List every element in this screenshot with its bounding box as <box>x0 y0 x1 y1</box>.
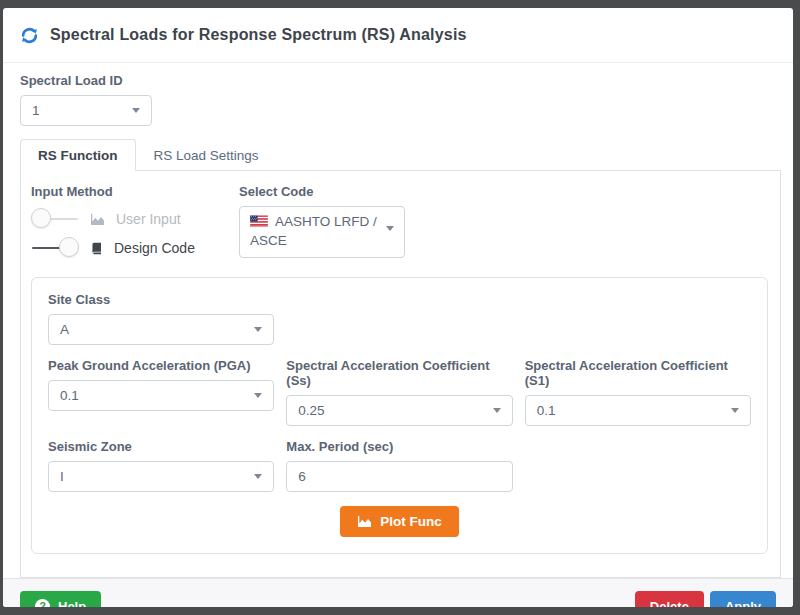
dialog-header: Spectral Loads for Response Spectrum (RS… <box>3 8 793 63</box>
site-class-select[interactable]: A <box>48 314 274 345</box>
toggle-knob <box>31 208 51 228</box>
spacer <box>525 439 751 492</box>
plot-func-button[interactable]: Plot Func <box>340 506 459 537</box>
chevron-down-icon <box>254 327 262 332</box>
plot-func-label: Plot Func <box>380 514 442 529</box>
s1-group: Spectral Acceleration Coefficient (S1) 0… <box>525 358 751 426</box>
max-period-group: Max. Period (sec) <box>286 439 512 492</box>
max-period-label: Max. Period (sec) <box>286 439 512 454</box>
tab-rs-function[interactable]: RS Function <box>20 139 136 171</box>
s1-label: Spectral Acceleration Coefficient (S1) <box>525 358 751 388</box>
chevron-down-icon <box>132 108 140 113</box>
spectral-loads-dialog: Spectral Loads for Response Spectrum (RS… <box>3 8 793 607</box>
chevron-down-icon <box>493 408 501 413</box>
app-background: Spectral Loads for Response Spectrum (RS… <box>0 0 800 615</box>
chevron-down-icon <box>254 474 262 479</box>
design-code-toggle[interactable] <box>31 238 79 258</box>
chevron-down-icon <box>254 393 262 398</box>
pga-label: Peak Ground Acceleration (PGA) <box>48 358 274 373</box>
dialog-title: Spectral Loads for Response Spectrum (RS… <box>50 26 467 44</box>
input-method-label: Input Method <box>31 184 239 199</box>
input-method-group: Input Method User Input <box>31 184 239 261</box>
design-code-option: Design Code <box>31 235 239 261</box>
sync-icon <box>20 26 39 45</box>
footer-actions: Delete Apply <box>635 591 776 607</box>
help-button[interactable]: ? Help <box>20 591 101 607</box>
area-chart-icon <box>90 213 105 226</box>
spectral-load-id-label: Spectral Load ID <box>20 73 781 88</box>
us-flag-icon <box>250 214 268 232</box>
pga-value: 0.1 <box>60 388 79 403</box>
ss-value: 0.25 <box>298 403 324 418</box>
seismic-zone-select[interactable]: I <box>48 461 274 492</box>
book-icon <box>90 242 103 255</box>
design-code-value: AASHTO LRFD / ASCE <box>250 214 377 248</box>
area-chart-icon <box>357 515 372 528</box>
tab-rs-load-settings[interactable]: RS Load Settings <box>136 139 277 171</box>
question-circle-icon: ? <box>35 599 50 607</box>
max-period-input[interactable] <box>286 461 512 492</box>
apply-button[interactable]: Apply <box>710 591 776 607</box>
ss-group: Spectral Acceleration Coefficient (Ss) 0… <box>286 358 512 426</box>
chevron-down-icon <box>386 226 394 231</box>
spacer <box>286 292 751 345</box>
s1-select[interactable]: 0.1 <box>525 395 751 426</box>
site-class-value: A <box>60 322 69 337</box>
help-label: Help <box>58 599 86 607</box>
delete-button[interactable]: Delete <box>635 591 704 607</box>
design-code-label: Design Code <box>114 240 195 256</box>
user-input-toggle[interactable] <box>31 209 79 229</box>
dialog-footer: ? Help Delete Apply <box>3 578 793 607</box>
seismic-zone-group: Seismic Zone I <box>48 439 274 492</box>
user-input-label: User Input <box>116 211 181 227</box>
site-class-group: Site Class A <box>48 292 274 345</box>
seismic-zone-label: Seismic Zone <box>48 439 274 454</box>
spectral-load-id-select[interactable]: 1 <box>20 95 152 126</box>
code-parameters-card: Site Class A Peak Ground Acceleration (P… <box>31 277 768 554</box>
ss-select[interactable]: 0.25 <box>286 395 512 426</box>
tab-bar: RS Function RS Load Settings <box>20 139 781 170</box>
select-code-label: Select Code <box>239 184 405 199</box>
toggle-knob <box>59 237 79 257</box>
site-class-label: Site Class <box>48 292 274 307</box>
seismic-zone-value: I <box>60 469 64 484</box>
s1-value: 0.1 <box>537 403 556 418</box>
ss-label: Spectral Acceleration Coefficient (Ss) <box>286 358 512 388</box>
spectral-load-id-value: 1 <box>32 103 40 118</box>
user-input-option: User Input <box>31 206 239 232</box>
pga-group: Peak Ground Acceleration (PGA) 0.1 <box>48 358 274 426</box>
chevron-down-icon <box>731 408 739 413</box>
select-code-group: Select Code <box>239 184 405 258</box>
dialog-body: Spectral Load ID 1 RS Function RS Load S… <box>3 63 793 578</box>
design-code-select[interactable]: AASHTO LRFD / ASCE <box>239 206 405 258</box>
rs-function-pane: Input Method User Input <box>20 170 781 578</box>
pga-select[interactable]: 0.1 <box>48 380 274 411</box>
